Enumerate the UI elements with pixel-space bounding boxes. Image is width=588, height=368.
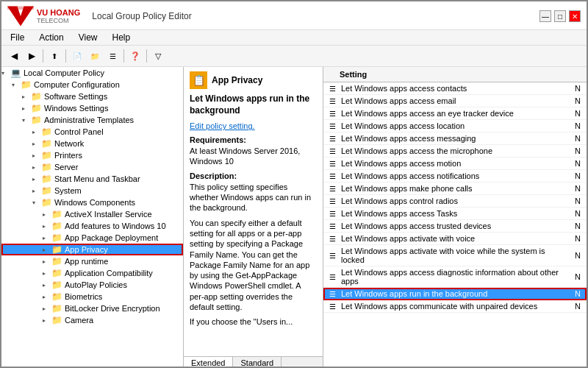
tree-item-app-runtime[interactable]: ▸📁App runtime <box>1 255 183 267</box>
tree-item-app-compat[interactable]: ▸📁Application Compatibility <box>1 267 183 279</box>
tree-toggle: ▸ <box>43 294 51 300</box>
folder-icon: 📁 <box>51 209 62 219</box>
settings-row[interactable]: ☰ Let Windows apps activate with voice N <box>323 233 587 245</box>
settings-row[interactable]: ☰ Let Windows apps control radios N <box>323 195 587 208</box>
tree-label: System <box>54 186 82 195</box>
folder-icon: 📁 <box>41 162 52 172</box>
tree-item-windows-components[interactable]: ▾📁Windows Components <box>1 197 183 208</box>
setting-text: Let Windows apps access location <box>338 120 572 132</box>
settings-row[interactable]: ☰ Let Windows apps access contacts N <box>323 82 587 95</box>
settings-row[interactable]: ☰ Let Windows apps activate with voice w… <box>323 245 587 266</box>
tree-item-local-computer-policy[interactable]: ▾💻Local Computer Policy <box>1 67 183 79</box>
extra-text-2: If you choose the "Users in... <box>190 316 317 327</box>
menu-view[interactable]: View <box>76 32 101 43</box>
tree-item-system[interactable]: ▸📁System <box>1 185 183 197</box>
folder-icon: 📁 <box>51 268 62 278</box>
tree-label: Add features to Windows 10 <box>65 222 166 230</box>
setting-text: Let Windows apps access notifications <box>338 170 572 182</box>
setting-value: N <box>572 184 587 193</box>
setting-icon: ☰ <box>323 290 338 298</box>
settings-row[interactable]: ☰ Let Windows apps access location N <box>323 120 587 132</box>
tab-extended[interactable]: Extended <box>184 357 233 368</box>
tree-item-admin-templates[interactable]: ▾📁Administrative Templates <box>1 114 183 126</box>
tree-toggle: ▸ <box>43 258 51 265</box>
edit-link[interactable]: Edit policy setting. <box>190 121 255 130</box>
menu-help[interactable]: Help <box>110 32 134 43</box>
tree-item-network[interactable]: ▸📁Network <box>1 138 183 149</box>
tree-item-activex[interactable]: ▸📁ActiveX Installer Service <box>1 208 183 220</box>
tree-item-start-menu[interactable]: ▸📁Start Menu and Taskbar <box>1 173 183 185</box>
setting-icon: ☰ <box>323 197 338 205</box>
folder-icon: 📁 <box>51 233 62 243</box>
forward-button[interactable]: ▶ <box>24 48 40 64</box>
folder-button[interactable]: 📁 <box>87 48 103 64</box>
close-button[interactable]: ✕ <box>569 10 581 22</box>
tree-panel[interactable]: ▾💻Local Computer Policy▾📁Computer Config… <box>1 67 184 368</box>
tree-item-computer-config[interactable]: ▾📁Computer Configuration <box>1 79 183 91</box>
settings-row[interactable]: ☰ Let Windows apps access diagnostic inf… <box>323 266 587 288</box>
show-hide-button[interactable]: 📄 <box>69 48 85 64</box>
tree-item-camera[interactable]: ▸📁Camera <box>1 314 183 326</box>
tree-toggle: ▸ <box>32 176 41 183</box>
toolbar-separator-2 <box>65 49 66 63</box>
folder-icon: 📁 <box>31 103 42 113</box>
folder-icon: 📁 <box>41 127 52 137</box>
tree-item-bitlocker[interactable]: ▸📁BitLocker Drive Encryption <box>1 302 183 314</box>
setting-icon: ☰ <box>323 252 338 260</box>
tree-item-app-privacy[interactable]: ▸📁App Privacy <box>1 244 183 255</box>
settings-row[interactable]: ☰ Let Windows apps access notifications … <box>323 170 587 183</box>
setting-icon: ☰ <box>323 302 338 311</box>
tab-standard[interactable]: Standard <box>233 357 282 368</box>
setting-icon: ☰ <box>323 97 338 105</box>
up-button[interactable]: ⬆ <box>46 48 62 64</box>
tree-item-add-features[interactable]: ▸📁Add features to Windows 10 <box>1 220 183 232</box>
setting-text: Let Windows apps make phone calls <box>338 183 572 194</box>
setting-value: N <box>572 234 587 243</box>
setting-text: Let Windows apps access motion <box>338 158 572 169</box>
menu-file[interactable]: File <box>7 32 27 43</box>
filter-button[interactable]: ▽ <box>150 48 166 64</box>
settings-row[interactable]: ☰ Let Windows apps access email N <box>323 95 587 107</box>
settings-row[interactable]: ☰ Let Windows apps access the microphone… <box>323 145 587 158</box>
settings-row[interactable]: ☰ Let Windows apps communicate with unpa… <box>323 300 587 313</box>
tree-item-app-package[interactable]: ▸📁App Package Deployment <box>1 232 183 244</box>
settings-row[interactable]: ☰ Let Windows apps access motion N <box>323 158 587 170</box>
setting-value: N <box>572 121 587 130</box>
settings-row[interactable]: ☰ Let Windows apps access an eye tracker… <box>323 107 587 120</box>
setting-value: N <box>572 146 587 155</box>
window-controls[interactable]: — □ ✕ <box>539 10 581 22</box>
toolbar: ◀ ▶ ⬆ 📄 📁 ☰ ❓ ▽ <box>1 46 587 67</box>
tree-item-software-settings[interactable]: ▸📁Software Settings <box>1 91 183 102</box>
settings-row[interactable]: ☰ Let Windows apps run in the background… <box>323 288 587 300</box>
settings-row[interactable]: ☰ Let Windows apps access messaging N <box>323 132 587 145</box>
policy-title: Let Windows apps run in the background <box>190 93 317 116</box>
app-title: Local Group Policy Editor <box>92 11 191 21</box>
minimize-button[interactable]: — <box>539 10 551 22</box>
extra-text: You can specify either a default setting… <box>190 218 317 313</box>
logo: VU HOANG TELECOM <box>7 6 80 26</box>
settings-row[interactable]: ☰ Let Windows apps make phone calls N <box>323 183 587 195</box>
tree-item-server[interactable]: ▸📁Server <box>1 161 183 173</box>
settings-row[interactable]: ☰ Let Windows apps access Tasks N <box>323 208 587 220</box>
tree-item-windows-settings[interactable]: ▸📁Windows Settings <box>1 102 183 114</box>
tree-toggle: ▸ <box>43 247 51 253</box>
tree-label: Camera <box>65 316 93 325</box>
tree-item-printers[interactable]: ▸📁Printers <box>1 149 183 161</box>
list-button[interactable]: ☰ <box>104 48 121 64</box>
tree-label: Local Computer Policy <box>24 68 104 77</box>
setting-text: Let Windows apps access the microphone <box>338 145 572 157</box>
help-button[interactable]: ❓ <box>127 48 143 64</box>
tree-toggle: ▸ <box>32 152 41 159</box>
setting-icon: ☰ <box>323 273 338 281</box>
settings-row[interactable]: ☰ Let Windows apps access trusted device… <box>323 220 587 233</box>
tree-toggle: ▸ <box>32 164 41 171</box>
setting-text: Let Windows apps access contacts <box>338 82 572 94</box>
tree-item-control-panel[interactable]: ▸📁Control Panel <box>1 126 183 138</box>
tree-toggle: ▸ <box>43 235 51 241</box>
maximize-button[interactable]: □ <box>554 10 566 22</box>
setting-text: Let Windows apps access messaging <box>338 132 572 144</box>
tree-item-autoplay[interactable]: ▸📁AutoPlay Policies <box>1 279 183 291</box>
back-button[interactable]: ◀ <box>6 48 22 64</box>
tree-item-biometrics[interactable]: ▸📁Biometrics <box>1 291 183 302</box>
menu-action[interactable]: Action <box>36 32 66 43</box>
